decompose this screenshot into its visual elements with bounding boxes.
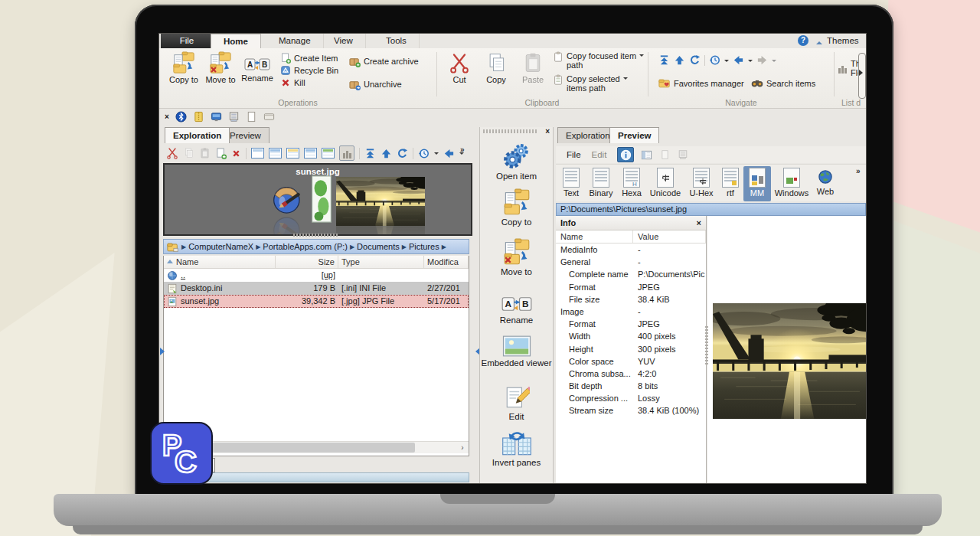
move-to-button[interactable]: Move to [202, 50, 239, 84]
info-row[interactable]: FormatJPEG [556, 281, 706, 293]
adjacent-file-icon[interactable] [312, 175, 332, 223]
breadcrumb-computer[interactable]: ComputerNameX [188, 242, 253, 251]
copy-button[interactable]: Copy [481, 50, 511, 84]
create-item-button[interactable]: Create Item [280, 52, 338, 64]
close-icon[interactable]: × [697, 216, 701, 230]
history-dropdown-icon[interactable] [434, 152, 439, 157]
info-row[interactable]: Bit depth8 bits [556, 380, 706, 392]
left-tab-exploration[interactable]: Exploration [165, 127, 230, 143]
splitter-handle[interactable] [293, 234, 339, 237]
splitter-handle[interactable] [705, 326, 708, 364]
history-icon[interactable] [709, 54, 720, 66]
view-details-icon[interactable] [251, 148, 264, 159]
menu-file[interactable]: File [567, 150, 581, 159]
mode-binary[interactable]: Binary [586, 166, 616, 201]
info-row[interactable]: File size38.4 KiB [556, 293, 706, 306]
blank-file-icon[interactable] [246, 111, 257, 123]
pane-expand-icon[interactable] [160, 348, 168, 355]
kill-button[interactable]: Kill [280, 77, 338, 89]
go-up-icon[interactable] [381, 148, 392, 159]
create-archive-button[interactable]: Create archive [349, 55, 419, 67]
column-type[interactable]: Type [338, 256, 424, 268]
info-row[interactable]: Stream size38.4 KiB (100%) [556, 404, 706, 417]
history-icon[interactable] [418, 148, 430, 159]
go-top-icon[interactable] [658, 54, 670, 66]
column-modified[interactable]: Modifica [424, 256, 469, 268]
dropdown-icon[interactable] [639, 54, 644, 59]
breadcrumb-drive[interactable]: PortableApps.com (P:) [263, 242, 348, 251]
go-up-icon[interactable] [674, 54, 685, 66]
edit-button[interactable]: Edit [480, 384, 553, 421]
tab-manage[interactable]: Manage [266, 34, 324, 48]
viewer-overflow-icon[interactable]: » [856, 167, 861, 175]
mode-uhex[interactable]: U-Hex [685, 166, 717, 201]
back-dropdown-icon[interactable] [748, 60, 753, 64]
collapse-ribbon-icon[interactable] [816, 38, 822, 44]
paste-icon[interactable] [199, 147, 211, 159]
open-item-button[interactable]: Open item [480, 142, 553, 181]
info-row[interactable]: FormatJPEG [556, 318, 706, 330]
info-column-value[interactable]: Value [633, 230, 706, 243]
dropdown-icon[interactable] [623, 77, 628, 82]
info-row[interactable]: Color spaceYUV [556, 355, 706, 368]
disabled-print-button[interactable] [675, 148, 691, 162]
mode-rtf[interactable]: rtf [719, 166, 742, 201]
mode-mm-selected[interactable]: MM [743, 166, 771, 201]
right-tab-preview[interactable]: Preview [609, 127, 659, 143]
file-row-up[interactable]: .. [up] [164, 269, 469, 282]
move-to-button[interactable]: Move to [480, 238, 553, 276]
mode-unicode[interactable]: Unicode [647, 166, 684, 201]
info-row[interactable]: Complete nameP:\Documents\Pic [556, 268, 706, 280]
close-icon[interactable]: × [165, 113, 169, 121]
view-table-icon[interactable] [304, 148, 317, 159]
sunset-thumbnail[interactable] [336, 177, 425, 226]
toolbar-overflow-icon[interactable]: » [460, 145, 465, 154]
bluetooth-icon[interactable] [175, 111, 187, 123]
breadcrumb-documents[interactable]: Documents [357, 242, 400, 251]
copy-selected-path-button[interactable]: Copy selecteditems path [553, 74, 644, 93]
disabled-doc-button[interactable] [657, 148, 672, 162]
archive-device-icon[interactable] [228, 111, 240, 123]
mode-web[interactable]: Web [812, 166, 838, 201]
view-list-icon[interactable] [269, 148, 282, 159]
copy-to-button[interactable]: Copy to [165, 50, 202, 84]
menu-edit[interactable]: Edit [592, 150, 607, 159]
info-row[interactable]: Height300 pixels [556, 343, 706, 355]
view-colored-icon[interactable] [322, 148, 335, 159]
info-row[interactable]: Image- [556, 306, 706, 318]
tab-view[interactable]: View [322, 34, 366, 48]
back-icon[interactable] [443, 148, 455, 159]
mode-text[interactable]: Text [558, 166, 584, 201]
coverflow-preview[interactable]: sunset.jpg [163, 163, 472, 236]
panel-layout-button[interactable] [639, 148, 654, 162]
forward-icon[interactable] [756, 54, 768, 66]
info-row[interactable]: MediaInfo- [556, 243, 706, 256]
forward-dropdown-icon[interactable] [772, 60, 776, 64]
favorites-manager-button[interactable]: Favorites manager [658, 77, 744, 89]
preview-path-bar[interactable]: P:\Documents\Pictures\sunset.jpg [556, 203, 866, 216]
info-toggle-button[interactable] [617, 147, 634, 162]
back-icon[interactable] [733, 54, 744, 66]
history-dropdown-icon[interactable] [724, 60, 729, 64]
info-row[interactable]: Compression ...Lossy [556, 392, 706, 404]
info-row[interactable]: General- [556, 256, 706, 268]
invert-panes-button[interactable]: Invert panes [480, 432, 553, 467]
help-icon[interactable]: ? [798, 35, 808, 46]
info-column-name[interactable]: Name [556, 230, 633, 243]
card-device-icon[interactable] [263, 111, 275, 123]
mode-hexa[interactable]: HHexa [618, 166, 645, 201]
cut-icon[interactable] [166, 147, 178, 159]
irfanview-app-icon[interactable] [269, 178, 307, 217]
monitor-icon[interactable] [211, 111, 222, 123]
tab-tools[interactable]: Tools [374, 34, 420, 48]
breadcrumb[interactable]: ▶ComputerNameX ▶PortableApps.com (P:) ▶D… [163, 239, 469, 254]
info-row[interactable]: Chroma subsa...4:2:0 [556, 368, 706, 380]
refresh-icon[interactable] [397, 148, 408, 159]
close-icon[interactable]: × [545, 127, 550, 136]
paste-button[interactable]: Paste [518, 50, 548, 84]
view-grid-icon[interactable] [286, 148, 299, 159]
embedded-viewer-button[interactable]: Embedded viewer [480, 335, 553, 368]
unarchive-button[interactable]: Unarchive [349, 78, 419, 90]
view-coverflow-icon[interactable] [339, 145, 354, 161]
copy-to-button[interactable]: Copy to [480, 188, 553, 227]
